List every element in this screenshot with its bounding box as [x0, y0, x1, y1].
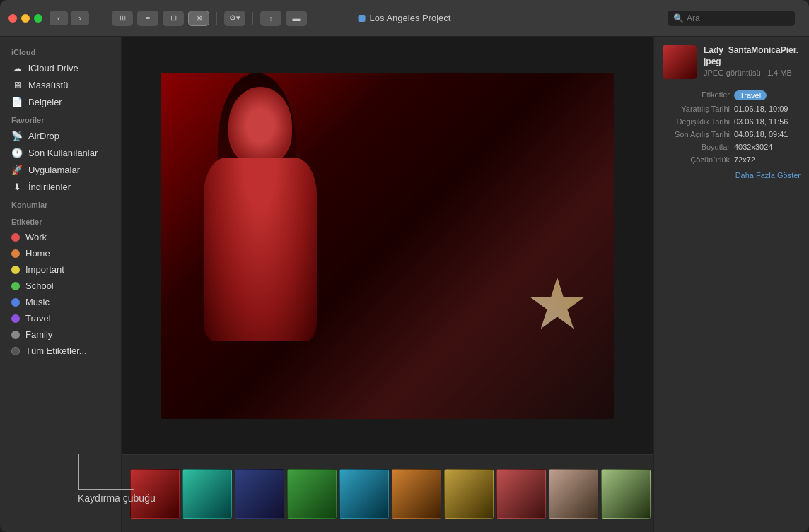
settings-button[interactable]: ⚙▾ — [224, 11, 245, 26]
sidebar-item-label: Masaüstü — [28, 80, 68, 90]
metadata-key-resolution: Çözünürlük — [663, 155, 730, 164]
titlebar: ‹ › ⊞ ≡ ⊟ ⊠ ⚙▾ ↑ ▬ Los Angeles Project 🔍 — [0, 0, 809, 37]
metadata-value-tags: Travel — [734, 90, 801, 100]
metadata-row-opened: Son Açılış Tarihi 04.06.18, 09:41 — [663, 130, 801, 138]
minimize-button[interactable] — [21, 14, 30, 23]
sidebar-item-family[interactable]: Family — [3, 326, 118, 343]
locations-section-label: Konumlar — [0, 195, 121, 212]
desktop-icon: 🖥 — [11, 79, 23, 90]
sidebar-item-label: Belgeler — [28, 97, 62, 107]
maximize-button[interactable] — [34, 14, 42, 23]
sidebar-item-travel[interactable]: Travel — [3, 310, 118, 326]
show-more-link[interactable]: Daha Fazla Göster — [663, 171, 801, 179]
work-tag-dot — [11, 233, 20, 242]
callout-label: Kaydırma çubuğu — [122, 492, 156, 504]
sidebar-item-label: Music — [25, 297, 50, 307]
thumbnail[interactable] — [549, 469, 598, 519]
center-area: ↺ Sola Döndür ✏ İşaretle ··· Daha Fazla.… — [122, 37, 653, 532]
sidebar-item-recent[interactable]: 🕐 Son Kullanılanlar — [3, 144, 118, 161]
thumbnail[interactable] — [339, 469, 389, 519]
woman-body — [204, 158, 317, 341]
travel-tag-dot — [11, 314, 20, 323]
thumbnail[interactable] — [444, 469, 494, 519]
sidebar-item-label: Work — [25, 232, 47, 242]
sidebar-item-downloads[interactable]: ⬇ İndirilenler — [3, 178, 118, 195]
traffic-lights — [8, 14, 42, 23]
thumbnail[interactable] — [496, 469, 546, 519]
icloud-section-label: iCloud — [0, 42, 121, 59]
thumbnail-strip — [122, 454, 653, 532]
folder-icon — [359, 15, 366, 22]
share-button[interactable]: ↑ — [260, 11, 281, 26]
search-bar[interactable]: 🔍 — [668, 11, 795, 26]
metadata-row-dimensions: Boyutlar 4032x3024 — [663, 143, 801, 151]
view-icon-button[interactable]: ⊞ — [112, 11, 133, 26]
separator2 — [252, 12, 253, 25]
metadata-key-opened: Son Açılış Tarihi — [663, 130, 730, 138]
sidebar-item-all-tags[interactable]: Tüm Etiketler... — [3, 343, 118, 359]
thumbnail[interactable] — [287, 469, 337, 519]
sidebar-item-home[interactable]: Home — [3, 245, 118, 261]
airdrop-icon: 📡 — [11, 130, 23, 141]
sidebar-item-work[interactable]: Work — [3, 229, 118, 245]
metadata-key-dimensions: Boyutlar — [663, 143, 730, 151]
search-icon: 🔍 — [673, 13, 684, 23]
thumbnail[interactable] — [601, 469, 651, 519]
nav-forward-button[interactable]: › — [71, 11, 89, 25]
metadata-value-modified: 03.06.18, 11:56 — [734, 117, 801, 126]
metadata-value-resolution: 72x72 — [734, 155, 801, 164]
sidebar-item-label: iCloud Drive — [28, 63, 78, 73]
close-button[interactable] — [8, 14, 17, 23]
search-input[interactable] — [687, 13, 789, 23]
metadata-row-created: Yaratılış Tarihi 01.06.18, 10:09 — [663, 105, 801, 113]
nav-back-button[interactable]: ‹ — [50, 11, 68, 25]
metadata-table: Etiketler Travel Yaratılış Tarihi 01.06.… — [663, 90, 801, 168]
sidebar-item-desktop[interactable]: 🖥 Masaüstü — [3, 76, 118, 93]
documents-icon: 📄 — [11, 96, 23, 107]
thumbnail[interactable] — [235, 469, 284, 519]
view-list-button[interactable]: ≡ — [137, 11, 158, 26]
metadata-row-resolution: Çözünürlük 72x72 — [663, 155, 801, 164]
favorites-section-label: Favoriler — [0, 110, 121, 127]
sidebar-item-label: Travel — [25, 313, 51, 324]
sidebar-item-icloud-drive[interactable]: ☁ iCloud Drive — [3, 59, 118, 76]
icloud-drive-icon: ☁ — [11, 62, 23, 73]
callout-container: Kaydırma çubuğu — [122, 454, 156, 504]
metadata-value-created: 01.06.18, 10:09 — [734, 105, 801, 113]
right-panel: Lady_SantaMonicaPier.jpeg JPEG görüntüsü… — [653, 37, 809, 532]
important-tag-dot — [11, 266, 20, 274]
sidebar-item-label: School — [25, 280, 54, 291]
view-column-button[interactable]: ⊟ — [163, 11, 184, 26]
metadata-key-modified: Değişiklik Tarihi — [663, 117, 730, 126]
recent-icon: 🕐 — [11, 147, 23, 158]
metadata-row-tags: Etiketler Travel — [663, 90, 801, 100]
main-image — [161, 73, 614, 419]
main-content: iCloud ☁ iCloud Drive 🖥 Masaüstü 📄 Belge… — [0, 37, 809, 532]
view-gallery-button[interactable]: ⊠ — [188, 11, 209, 26]
separator — [216, 12, 217, 25]
apps-icon: 🚀 — [11, 164, 23, 175]
file-header: Lady_SantaMonicaPier.jpeg JPEG görüntüsü… — [663, 45, 801, 79]
downloads-icon: ⬇ — [11, 181, 23, 192]
sidebar-item-label: Tüm Etiketler... — [25, 345, 87, 356]
family-tag-dot — [11, 331, 20, 339]
metadata-value-opened: 04.06.18, 09:41 — [734, 130, 801, 138]
sidebar-item-label: Son Kullanılanlar — [28, 148, 98, 158]
callout-horizontal-line — [122, 489, 134, 490]
thumbnail[interactable] — [182, 469, 232, 519]
sidebar-item-apps[interactable]: 🚀 Uygulamalar — [3, 161, 118, 178]
sidebar-item-important[interactable]: Important — [3, 261, 118, 278]
view-controls: ⊞ ≡ ⊟ ⊠ ⚙▾ ↑ ▬ — [112, 11, 307, 26]
sidebar-item-music[interactable]: Music — [3, 294, 118, 310]
sidebar-item-school[interactable]: School — [3, 278, 118, 294]
sidebar-item-documents[interactable]: 📄 Belgeler — [3, 93, 118, 110]
window-title: Los Angeles Project — [359, 13, 451, 23]
tag-badge[interactable]: Travel — [734, 90, 767, 100]
thumbnail[interactable] — [392, 469, 441, 519]
metadata-value-dimensions: 4032x3024 — [734, 143, 801, 151]
home-tag-dot — [11, 249, 20, 258]
tag-button[interactable]: ▬ — [286, 11, 307, 26]
sidebar-item-airdrop[interactable]: 📡 AirDrop — [3, 127, 118, 144]
file-thumbnail — [663, 45, 697, 79]
image-area — [122, 37, 653, 454]
